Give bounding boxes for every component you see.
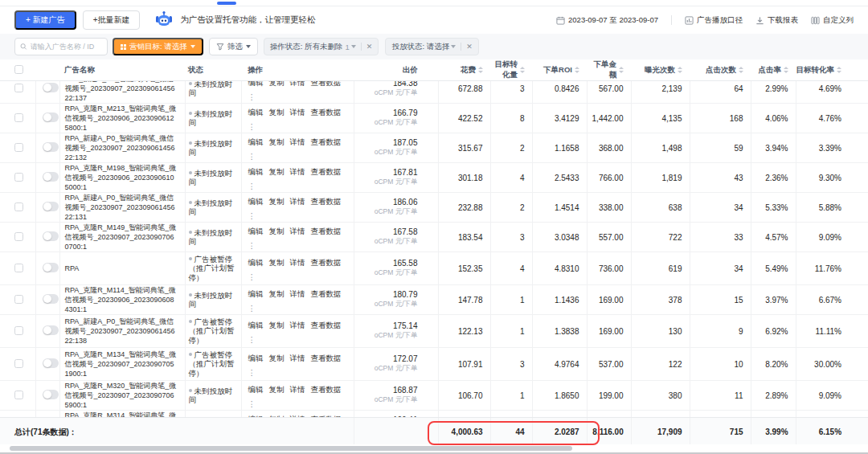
row-checkbox[interactable] xyxy=(14,391,23,399)
row-action[interactable]: 编辑 xyxy=(248,197,264,206)
download-report-button[interactable]: 下载报表 xyxy=(755,15,798,26)
row-action[interactable]: 复制 xyxy=(269,354,285,362)
search-input[interactable] xyxy=(31,43,102,51)
col-clicks[interactable]: 点击次数 xyxy=(690,59,751,80)
row-action[interactable]: 编辑 xyxy=(248,321,264,329)
more-actions-icon[interactable]: ⋮ xyxy=(248,92,256,101)
row-action[interactable]: 编辑 xyxy=(248,289,264,298)
row-action[interactable]: 查看数据 xyxy=(311,354,342,362)
row-action[interactable]: 复制 xyxy=(269,137,285,146)
row-action[interactable]: 详情 xyxy=(290,354,305,362)
more-actions-icon[interactable]: ⋮ xyxy=(248,335,256,344)
row-action[interactable]: 详情 xyxy=(290,258,305,267)
chip-operation-status[interactable]: 操作状态: 所有未删除 1 ✕ xyxy=(264,38,379,55)
custom-columns-button[interactable]: 自定义列 xyxy=(811,15,854,26)
row-action[interactable]: 查看数据 xyxy=(311,385,342,394)
playback-caliber-button[interactable]: 广告播放口径 xyxy=(685,15,743,26)
row-action[interactable]: 查看数据 xyxy=(311,415,342,417)
row-enable-toggle[interactable] xyxy=(43,142,59,152)
more-actions-icon[interactable]: ⋮ xyxy=(248,241,256,250)
col-spend[interactable]: 花费 xyxy=(438,59,490,80)
row-enable-toggle[interactable] xyxy=(43,172,59,182)
row-action[interactable]: 复制 xyxy=(269,321,285,329)
row-action[interactable]: 详情 xyxy=(290,137,305,146)
horizontal-scrollbar-thumb[interactable] xyxy=(10,446,572,451)
row-action[interactable]: 编辑 xyxy=(248,81,264,87)
more-actions-icon[interactable]: ⋮ xyxy=(248,122,256,131)
more-actions-icon[interactable]: ⋮ xyxy=(248,182,256,190)
row-action[interactable]: 编辑 xyxy=(248,137,264,146)
row-action[interactable]: 编辑 xyxy=(248,258,264,267)
col-cvr[interactable]: 目标转化率 xyxy=(796,59,868,80)
row-action[interactable]: 查看数据 xyxy=(311,289,342,298)
row-action[interactable]: 编辑 xyxy=(248,167,264,176)
close-icon[interactable]: ✕ xyxy=(466,43,473,51)
row-action[interactable]: 复制 xyxy=(269,385,285,394)
more-actions-icon[interactable]: ⋮ xyxy=(248,304,256,313)
row-checkbox[interactable] xyxy=(14,202,23,211)
row-enable-toggle[interactable] xyxy=(43,83,59,92)
more-actions-icon[interactable]: ⋮ xyxy=(248,272,256,281)
row-action[interactable]: 编辑 xyxy=(248,227,264,235)
chip-delivery-status[interactable]: 投放状态: 请选择 ✕ xyxy=(385,38,478,55)
col-ctr[interactable]: 点击率 xyxy=(751,59,796,80)
col-impressions[interactable]: 曝光次数 xyxy=(631,59,690,80)
row-action[interactable]: 编辑 xyxy=(248,108,264,117)
horizontal-scrollbar-track[interactable] xyxy=(0,444,868,452)
row-action[interactable]: 详情 xyxy=(290,197,305,206)
row-action[interactable]: 详情 xyxy=(290,289,305,298)
row-action[interactable]: 详情 xyxy=(290,415,305,417)
new-ad-button[interactable]: + 新建广告 xyxy=(14,10,76,30)
row-action[interactable]: 复制 xyxy=(269,258,285,267)
row-enable-toggle[interactable] xyxy=(43,263,59,272)
row-action[interactable]: 查看数据 xyxy=(311,108,342,117)
col-order-amount[interactable]: 下单金额 xyxy=(587,59,631,80)
row-action[interactable]: 查看数据 xyxy=(311,137,342,146)
row-checkbox[interactable] xyxy=(14,143,23,152)
select-all-checkbox[interactable] xyxy=(14,65,23,74)
more-actions-icon[interactable]: ⋮ xyxy=(248,211,256,220)
ad-search-box[interactable] xyxy=(14,38,108,55)
row-enable-toggle[interactable] xyxy=(43,390,59,399)
date-range-picker[interactable]: 2023-09-07 至 2023-09-07 xyxy=(556,15,658,26)
row-checkbox[interactable] xyxy=(14,326,23,335)
row-action[interactable]: 查看数据 xyxy=(311,258,342,267)
row-action[interactable]: 查看数据 xyxy=(311,167,342,176)
row-action[interactable]: 详情 xyxy=(290,385,305,394)
col-roi[interactable]: 下单ROI xyxy=(532,59,587,80)
filter-button[interactable]: 筛选 xyxy=(209,38,258,55)
row-action[interactable]: 查看数据 xyxy=(311,81,342,87)
row-enable-toggle[interactable] xyxy=(43,112,59,122)
row-action[interactable]: 复制 xyxy=(269,108,285,117)
row-checkbox[interactable] xyxy=(14,84,23,92)
row-checkbox[interactable] xyxy=(14,295,23,304)
row-enable-toggle[interactable] xyxy=(43,358,59,368)
marketing-goal-button[interactable]: 营销目标: 请选择 xyxy=(113,38,203,55)
row-enable-toggle[interactable] xyxy=(43,294,59,304)
more-actions-icon[interactable]: ⋮ xyxy=(248,152,256,161)
row-action[interactable]: 查看数据 xyxy=(311,227,342,235)
row-action[interactable]: 详情 xyxy=(290,321,305,329)
col-conversions[interactable]: 目标转化量 xyxy=(490,59,532,80)
row-action[interactable]: 编辑 xyxy=(248,385,264,394)
row-action[interactable]: 复制 xyxy=(269,81,285,87)
close-icon[interactable]: ✕ xyxy=(366,43,373,51)
row-action[interactable]: 编辑 xyxy=(248,354,264,362)
row-action[interactable]: 详情 xyxy=(290,108,305,117)
row-action[interactable]: 复制 xyxy=(269,289,285,298)
row-action[interactable]: 复制 xyxy=(269,167,285,176)
batch-new-button[interactable]: +批量新建 xyxy=(83,10,141,30)
row-checkbox[interactable] xyxy=(14,173,23,182)
row-checkbox[interactable] xyxy=(14,359,23,368)
row-action[interactable]: 编辑 xyxy=(248,415,264,417)
row-action[interactable]: 复制 xyxy=(269,415,285,417)
row-action[interactable]: 复制 xyxy=(269,227,285,235)
row-enable-toggle[interactable] xyxy=(43,325,59,335)
row-action[interactable]: 查看数据 xyxy=(311,321,342,329)
row-action[interactable]: 详情 xyxy=(290,81,305,87)
more-actions-icon[interactable]: ⋮ xyxy=(248,399,256,408)
row-action[interactable]: 复制 xyxy=(269,197,285,206)
more-actions-icon[interactable]: ⋮ xyxy=(248,368,256,377)
row-checkbox[interactable] xyxy=(14,113,23,122)
row-action[interactable]: 详情 xyxy=(290,227,305,235)
